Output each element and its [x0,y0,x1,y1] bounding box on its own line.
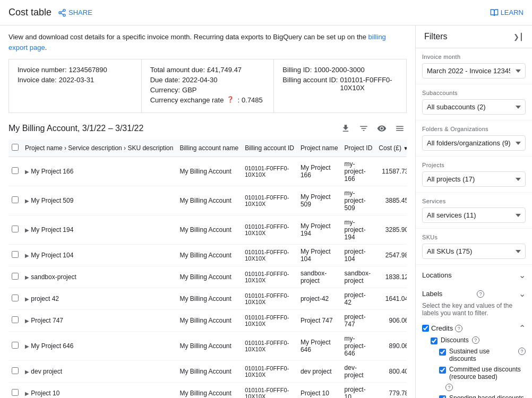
committed-help-icon[interactable]: ? [445,384,453,391]
row-checkbox[interactable] [12,273,19,280]
spending-based-label: Spending based discounts (contractual) [449,394,526,398]
row-expand-button[interactable]: ▶ [25,253,29,258]
invoice-section-3: Billing ID: 1000-2000-3000 Billing accou… [274,59,406,113]
row-project-name: ▶ My Project 646 [22,332,176,361]
exchange-rate-row: Currency exchange rate ❓ : 0.7485 [150,96,265,104]
locations-toggle-button[interactable]: ⌄ [519,270,526,280]
row-project-name-col: My Project 646 [297,332,341,361]
row-billing-id: 010101-F0FFF0-10X10X [242,266,297,288]
committed-use-checkbox[interactable] [439,367,446,374]
header-billing-account-name[interactable]: Billing account name [176,140,242,157]
skus-select[interactable]: All SKUs (175) [422,244,526,259]
subaccounts-select[interactable]: All subaccounts (2) [422,99,526,115]
header-project-name[interactable]: Project name › Service description › SKU… [22,140,176,157]
row-checkbox-cell [8,310,22,332]
row-billing-account: My Billing Account [176,215,242,245]
committed-use-label: Committed use discounts (resource based) [449,366,526,380]
billing-id-row: Billing ID: 1000-2000-3000 [282,66,398,74]
billing-export-link[interactable]: billing export page [8,33,386,51]
table-actions [339,122,407,135]
sustained-help-icon[interactable]: ? [518,348,526,355]
header-project-name-col[interactable]: Project name [297,140,341,157]
labels-help-icon[interactable]: ? [477,290,484,298]
invoice-date-value: 2022-03-31 [59,76,95,84]
currency-label: Currency: [150,86,180,94]
row-expand-button[interactable]: ▶ [25,318,29,324]
row-checkbox[interactable] [12,226,19,232]
invoice-info: Invoice number: 1234567890 Invoice date:… [8,59,407,113]
row-project-name-col: Project 10 [297,383,341,399]
select-all-checkbox[interactable] [12,144,19,151]
sort-icon: ▼ [403,145,407,151]
row-project-name-col: dev project [297,361,341,383]
row-project-id: project-747 [341,310,376,332]
table-scroll-container: Project name › Service description › SKU… [8,140,407,398]
invoice-month-select[interactable]: March 2022 - Invoice 1234567890 [422,63,526,79]
invoice-number-value: 1234567890 [69,66,107,74]
row-checkbox[interactable] [12,316,19,323]
row-checkbox[interactable] [12,295,19,301]
filters-title: Filters [424,32,448,41]
collapse-filters-button[interactable]: ❯┃ [513,33,524,41]
billing-account-id-row: Billing account ID: 010101-F0FFF0-10X10X [282,76,398,92]
share-icon [58,8,66,17]
table-row: ▶ My Project 509 My Billing Account 0101… [8,186,407,215]
help-icon-small[interactable]: ❓ [227,96,234,104]
table-row: ▶ Project 10 My Billing Account 010101-F… [8,383,407,399]
sustained-use-checkbox[interactable] [439,349,446,356]
row-project-name-col: project-42 [297,288,341,310]
row-expand-button[interactable]: ▶ [25,343,29,349]
invoice-date-label: Invoice date: [18,76,57,84]
page-title: Cost table [8,7,52,18]
row-checkbox[interactable] [12,367,19,374]
row-project-id: my-project-166 [341,157,376,186]
row-billing-account: My Billing Account [176,310,242,332]
credits-help-icon[interactable]: ? [455,325,462,332]
visibility-button[interactable] [375,122,389,135]
row-project-name: ▶ Project 747 [22,310,176,332]
row-checkbox[interactable] [12,342,19,349]
row-expand-button[interactable]: ▶ [25,169,29,175]
row-expand-button[interactable]: ▶ [25,369,29,375]
due-date-value: 2022-04-30 [182,76,218,84]
row-checkbox[interactable] [12,389,19,396]
skus-label: SKUs [422,234,526,240]
row-expand-button[interactable]: ▶ [25,391,29,396]
header-cost[interactable]: Cost (£) ▼ [375,140,407,157]
total-amount-value: £41,749.47 [207,66,242,74]
row-cost: 800.40 [375,361,407,383]
svg-line-4 [61,11,64,12]
projects-select[interactable]: All projects (17) [422,171,526,187]
header-project-id[interactable]: Project ID [341,140,376,157]
spending-based-checkbox[interactable] [439,395,446,398]
row-checkbox[interactable] [12,196,19,203]
row-expand-button[interactable]: ▶ [25,198,29,204]
filter-skus: SKUs All SKUs (175) [416,229,532,265]
group-button[interactable] [393,122,407,135]
discounts-help-icon[interactable]: ? [472,336,479,344]
row-checkbox-cell [8,332,22,361]
filter-icon-button[interactable] [357,122,371,135]
download-icon [341,124,350,133]
row-expand-button[interactable]: ▶ [25,227,29,233]
billing-account-id-label: Billing account ID: [282,76,338,92]
invoice-number-row: Invoice number: 1234567890 [18,66,133,74]
credits-toggle-button[interactable]: ⌃ [519,323,526,333]
row-checkbox[interactable] [12,251,19,258]
discounts-item: Discounts ? [422,336,526,344]
row-expand-button[interactable]: ▶ [25,274,29,280]
row-project-id: project-42 [341,288,376,310]
labels-toggle-button[interactable]: ⌄ [519,289,526,299]
svg-point-2 [63,14,65,16]
download-button[interactable] [339,122,353,135]
services-select[interactable]: All services (11) [422,207,526,223]
row-checkbox[interactable] [12,167,19,174]
share-button[interactable]: SHARE [58,8,92,17]
learn-button[interactable]: LEARN [490,8,524,17]
row-expand-button[interactable]: ▶ [25,296,29,302]
header-billing-account-id[interactable]: Billing account ID [242,140,297,157]
group-icon [395,124,405,133]
discounts-checkbox[interactable] [431,338,437,344]
folders-select[interactable]: All folders/organizations (9) [422,135,526,151]
credits-checkbox[interactable] [422,325,429,332]
